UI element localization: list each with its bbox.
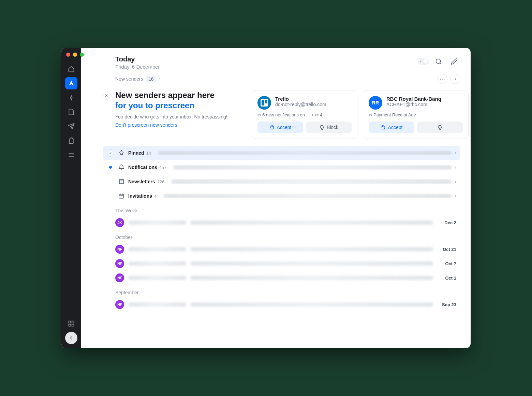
app-window: Today Friday, 6 December ✓ New senders 1: [61, 48, 471, 348]
more-button[interactable]: ⋯: [437, 74, 447, 84]
svg-rect-0: [69, 321, 71, 323]
main-content: Today Friday, 6 December ✓ New senders 1: [81, 48, 471, 348]
message-row[interactable]: NF Oct 1: [103, 271, 460, 285]
envelope-icon: ✉: [257, 113, 261, 117]
blurred-body: [190, 221, 433, 225]
svg-rect-5: [119, 194, 124, 198]
crumb-count: 16: [146, 76, 156, 82]
sender-name: RBC Royal Bank-Banq: [386, 96, 463, 102]
blurred-sender: [128, 276, 186, 280]
page-date: Friday, 6 December: [115, 64, 417, 70]
blurred-body: [190, 302, 433, 307]
sender-email: do-not-reply@trello.com: [275, 102, 352, 107]
blurred-sender: [128, 302, 186, 307]
blurred-body: [190, 261, 433, 266]
blurred-sender: [128, 247, 186, 251]
nav-apps[interactable]: [65, 317, 77, 330]
sidebar: [61, 48, 81, 348]
chevron-right-icon: ›: [455, 193, 456, 199]
window-controls: [66, 53, 84, 57]
crumb-label: New senders: [115, 76, 143, 82]
next-button[interactable]: ›: [450, 74, 460, 84]
blurred-preview: [158, 151, 452, 155]
check-circle-icon[interactable]: ✓: [107, 149, 114, 157]
group-notifications[interactable]: Notifications 457 ›: [103, 160, 460, 174]
group-pinned[interactable]: ✓ Pinned 14 ›: [103, 146, 460, 160]
disable-prescreen-link[interactable]: Don't prescreen new senders: [115, 122, 177, 128]
group-label: Notifications: [128, 165, 157, 170]
message-date: Oct 7: [437, 261, 456, 266]
block-button[interactable]: Block: [306, 122, 352, 133]
sender-preview: ✉ Payment Receipt Adv: [369, 112, 463, 117]
accept-button[interactable]: Accept: [257, 122, 303, 133]
close-window-icon[interactable]: [66, 53, 70, 57]
blurred-sender: [128, 221, 186, 225]
group-count: 14: [146, 151, 151, 156]
message-row[interactable]: NF Oct 7: [103, 256, 460, 271]
blurred-preview: [163, 194, 452, 198]
message-date: Oct 21: [437, 247, 456, 252]
sender-name: Trello: [275, 96, 352, 102]
minimize-window-icon[interactable]: [73, 53, 77, 57]
prescreen-area: ✕ New senders appear here for you to pre…: [81, 84, 471, 146]
section-this-week: This Week: [103, 203, 460, 215]
block-button[interactable]: [417, 122, 463, 133]
sender-cards: Trello do-not-reply@trello.com ✉ 6 new n…: [252, 90, 471, 139]
rbc-avatar-icon: RR: [369, 96, 382, 110]
nav-pin[interactable]: [65, 91, 77, 104]
chevron-right-icon: ›: [455, 164, 456, 170]
group-invitations[interactable]: Invitations 4 ›: [103, 189, 460, 203]
close-intro-button[interactable]: ✕: [102, 91, 110, 100]
sender-email: ACHAFT@rbc.com: [386, 102, 463, 107]
nav-send[interactable]: [65, 77, 77, 89]
group-newsletters[interactable]: Newsletters 126 ›: [103, 174, 460, 189]
sender-avatar: NF: [115, 259, 124, 268]
message-row[interactable]: NF Sep 23: [103, 297, 460, 312]
blurred-preview: [171, 179, 452, 184]
sender-avatar: NF: [115, 273, 124, 282]
svg-point-4: [436, 59, 441, 63]
blurred-body: [190, 276, 433, 280]
nav-files[interactable]: [65, 106, 77, 118]
message-row[interactable]: JK Dec 2: [103, 215, 460, 230]
unread-dot-icon: [109, 166, 112, 169]
blurred-body: [190, 247, 433, 251]
svg-rect-1: [72, 321, 74, 323]
nav-trash[interactable]: [65, 135, 77, 147]
envelope-icon: ✉: [369, 113, 372, 117]
calendar-icon: [117, 193, 126, 199]
group-count: 126: [157, 179, 165, 184]
chevron-right-icon: ›: [159, 76, 161, 82]
chevron-right-icon: ›: [455, 150, 456, 156]
envelope-icon: ✉: [315, 113, 319, 117]
sender-avatar: JK: [115, 218, 124, 227]
group-label: Pinned: [128, 150, 144, 156]
svg-rect-3: [72, 324, 74, 326]
sender-preview: ✉ 6 new notifications on ... + ✉ 4: [257, 112, 352, 117]
message-date: Oct 1: [437, 275, 456, 281]
sender-avatar: NF: [115, 300, 124, 309]
chevron-right-icon: ›: [455, 179, 456, 185]
nav-menu[interactable]: [65, 149, 77, 161]
sender-card-rbc: RR RBC Royal Bank-Banq ACHAFT@rbc.com ✉ …: [363, 90, 469, 139]
group-label: Invitations: [128, 193, 152, 199]
done-toggle[interactable]: ✓: [417, 58, 429, 65]
section-september: September: [103, 285, 460, 297]
header: Today Friday, 6 December ✓: [81, 48, 471, 70]
bell-icon: [117, 164, 126, 170]
nav-sent[interactable]: [65, 120, 77, 132]
accept-button[interactable]: Accept: [369, 122, 414, 133]
message-row[interactable]: NF Oct 21: [103, 242, 460, 256]
intro-title-line1: New senders appear here: [115, 90, 245, 100]
intro-body: You decide who gets into your inbox. No …: [115, 114, 245, 119]
nav-account[interactable]: [65, 332, 77, 344]
page-title: Today: [115, 55, 417, 63]
breadcrumb-row: New senders 16 › ⋯ ›: [81, 70, 471, 84]
message-date: Sep 23: [437, 302, 456, 307]
search-button[interactable]: [432, 55, 445, 68]
message-date: Dec 2: [437, 220, 456, 225]
compose-button[interactable]: [448, 55, 460, 68]
breadcrumb[interactable]: New senders 16 ›: [115, 76, 161, 82]
nav-home[interactable]: [65, 63, 77, 75]
maximize-window-icon[interactable]: [80, 53, 84, 57]
